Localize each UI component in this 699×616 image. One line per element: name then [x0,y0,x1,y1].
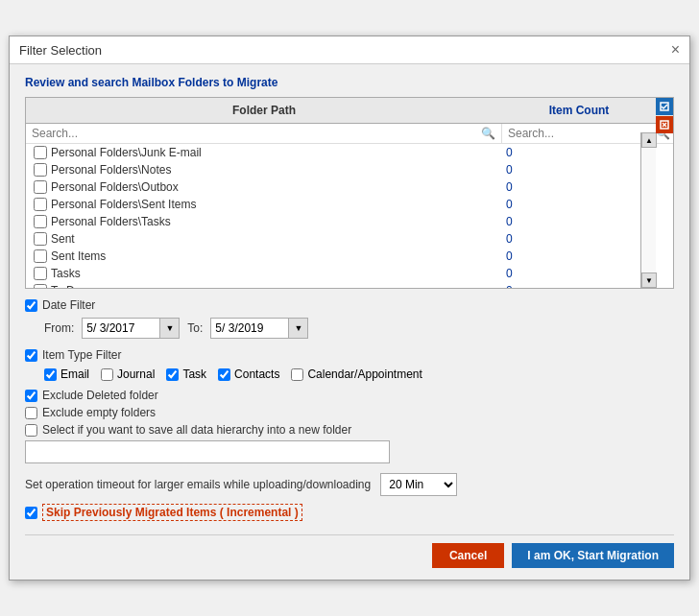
table-row: Personal Folders\Outbox 0 [26,178,673,196]
row-checkbox-7[interactable] [34,267,47,280]
table-row: Personal Folders\Tasks 0 [26,213,673,230]
row-checkbox-8[interactable] [34,284,47,288]
from-date-picker-btn[interactable]: ▼ [159,319,179,338]
exclude-deleted-checkbox[interactable] [25,390,37,402]
row-checkbox-2[interactable] [34,180,47,194]
row-checkbox-3[interactable] [34,198,47,211]
save-hierarchy-input[interactable] [25,440,390,463]
item-type-contacts[interactable]: Contacts [218,367,279,381]
row-count-6: 0 [498,249,633,263]
search-row: 🔍 🔍 [26,124,673,144]
row-folder-1: Personal Folders\Notes [51,163,498,177]
scroll-down-btn[interactable]: ▼ [641,272,657,288]
row-checkbox-0[interactable] [34,146,47,159]
table-scroll-area[interactable]: Personal Folders\Junk E-mail 0 Personal … [26,144,673,288]
timeout-label: Set operation timeout for larger emails … [25,478,371,491]
row-checkbox-1[interactable] [34,163,47,177]
table-row: Personal Folders\Sent Items 0 [26,196,673,213]
count-search-cell: 🔍 [502,124,656,143]
row-checkbox-6[interactable] [34,249,47,263]
item-type-checkbox-1[interactable] [101,368,113,381]
exclude-empty-label[interactable]: Exclude empty folders [25,406,674,419]
item-type-journal[interactable]: Journal [101,367,155,381]
timeout-select[interactable]: 5 Min 10 Min 20 Min 30 Min 60 Min [380,473,457,496]
col-folder-path: Folder Path [26,102,502,119]
folder-search-icon: 🔍 [481,127,495,140]
item-type-checkbox-0[interactable] [44,368,57,381]
item-type-checkbox-4[interactable] [291,368,303,381]
row-count-3: 0 [498,198,633,211]
ok-button[interactable]: I am OK, Start Migration [512,543,674,568]
row-count-1: 0 [498,163,633,177]
dialog-title: Filter Selection [19,43,102,58]
select-all-icon[interactable] [656,98,673,115]
row-folder-2: Personal Folders\Outbox [51,180,498,194]
timeout-row: Set operation timeout for larger emails … [25,473,674,496]
date-filter-checkbox[interactable] [25,299,37,312]
row-count-7: 0 [498,267,633,280]
date-filter-label[interactable]: Date Filter [25,298,674,312]
row-folder-5: Sent [51,232,498,246]
item-type-label-3: Contacts [234,367,279,381]
row-count-0: 0 [498,146,633,159]
item-type-filter-label[interactable]: Item Type Filter [25,348,674,362]
dialog-body: Review and search Mailbox Folders to Mig… [10,64,689,580]
date-filter-section: Date Filter From: ▼ To: ▼ [25,298,674,339]
exclude-deleted-label[interactable]: Exclude Deleted folder [25,389,674,402]
to-date-picker-btn[interactable]: ▼ [288,319,307,338]
from-date-group: ▼ [82,318,180,339]
scroll-up-btn[interactable]: ▲ [641,132,657,148]
deselect-all-icon[interactable] [656,116,673,133]
exclude-empty-checkbox[interactable] [25,407,37,419]
row-folder-8: To Do [51,284,498,288]
item-types-row: Email Journal Task Contacts Calendar/App… [44,367,674,381]
from-date-input[interactable] [83,320,159,337]
filter-selection-dialog: Filter Selection × Review and search Mai… [9,36,690,580]
col-item-count: Item Count [502,102,656,119]
from-label: From: [44,321,74,335]
row-count-2: 0 [498,180,633,194]
skip-row: Skip Previously Migrated Items ( Increme… [25,504,674,521]
to-label: To: [187,321,203,335]
table-header: Folder Path Item Count [26,98,673,124]
to-date-input[interactable] [211,320,288,337]
count-search-input[interactable] [508,127,652,140]
review-text: Review and search Mailbox Folders to Mig… [25,76,674,89]
table-row: To Do 0 [26,282,673,288]
date-row: From: ▼ To: ▼ [44,318,674,339]
row-checkbox-4[interactable] [34,215,47,228]
item-type-label-0: Email [60,367,89,381]
table-row: Tasks 0 [26,265,673,282]
skip-checkbox[interactable] [25,507,37,519]
row-folder-0: Personal Folders\Junk E-mail [51,146,498,159]
folder-search-input[interactable] [32,127,477,140]
to-date-group: ▼ [210,318,308,339]
row-folder-4: Personal Folders\Tasks [51,215,498,228]
table-row: Sent 0 [26,230,673,248]
row-checkbox-5[interactable] [34,232,47,246]
cancel-button[interactable]: Cancel [432,543,504,568]
row-count-8: 0 [498,284,633,288]
item-type-checkbox-3[interactable] [218,368,230,381]
exclude-deleted-section: Exclude Deleted folder [25,389,674,402]
exclude-empty-section: Exclude empty folders [25,406,674,419]
item-type-label-1: Journal [117,367,155,381]
save-hierarchy-label[interactable]: Select if you want to save all data hier… [25,423,674,437]
folder-search-cell: 🔍 [26,124,502,143]
scrollbar[interactable]: ▲ ▼ [640,132,656,288]
table-row: Personal Folders\Junk E-mail 0 [26,144,673,161]
item-type-label-4: Calendar/Appointment [307,367,422,381]
bottom-buttons: Cancel I am OK, Start Migration [25,534,674,568]
folder-table: Folder Path Item Count 🔍 🔍 [25,97,674,289]
item-type-filter-checkbox[interactable] [25,349,37,362]
item-type-calendar/appointment[interactable]: Calendar/Appointment [291,367,422,381]
item-type-task[interactable]: Task [166,367,206,381]
item-type-email[interactable]: Email [44,367,89,381]
item-type-checkbox-2[interactable] [166,368,179,381]
row-folder-3: Personal Folders\Sent Items [51,198,498,211]
item-type-label-2: Task [182,367,206,381]
close-button[interactable]: × [671,42,680,58]
row-folder-6: Sent Items [51,249,498,263]
table-row: Sent Items 0 [26,248,673,265]
save-hierarchy-checkbox[interactable] [25,424,37,437]
